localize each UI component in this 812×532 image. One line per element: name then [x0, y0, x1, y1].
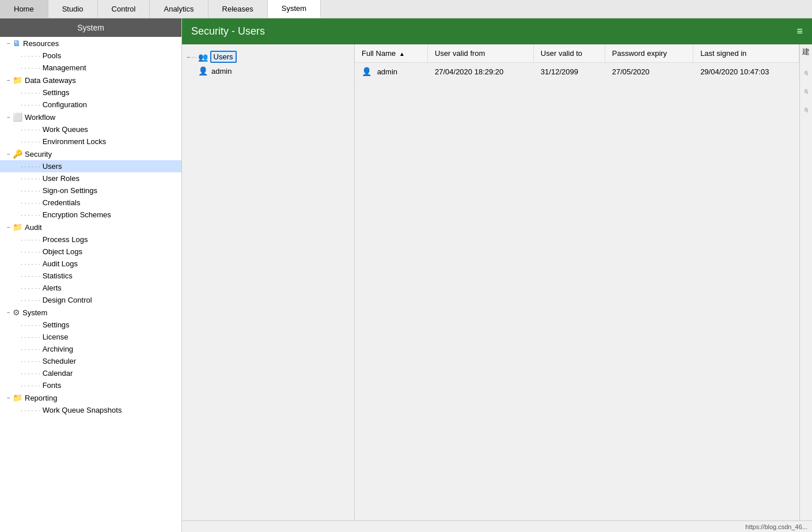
content-tree-panel: − ··· 👥 Users 👤 admin	[182, 44, 355, 520]
sidebar-item-user-roles[interactable]: · · · · · · User Roles	[0, 172, 181, 184]
row-user-icon: 👤	[362, 67, 371, 76]
sidebar-item-data-gateways[interactable]: − 📁 Data Gateways	[0, 74, 181, 86]
admin-label: admin	[211, 67, 232, 76]
sidebar-item-design-control[interactable]: · · · · · · Design Control	[0, 294, 181, 306]
cell-fullname: 👤 admin	[355, 63, 428, 81]
menu-item-system[interactable]: System	[268, 0, 321, 18]
hamburger-menu-icon[interactable]: ≡	[796, 25, 803, 37]
expander-workflow[interactable]: −	[5, 113, 13, 121]
content-tree-item-admin[interactable]: 👤 admin	[184, 65, 352, 77]
expander-audit[interactable]: −	[5, 223, 13, 231]
sidebar-item-fonts[interactable]: · · · · · · Fonts	[0, 379, 181, 391]
content-body: − ··· 👥 Users 👤 admin Full	[182, 44, 812, 520]
expander-data-gateways[interactable]: −	[5, 76, 13, 84]
sidebar-item-workflow[interactable]: − ⬜ Workflow	[0, 111, 181, 123]
sidebar-item-audit[interactable]: − 📁 Audit	[0, 221, 181, 233]
sidebar-item-configuration[interactable]: · · · · · · Configuration	[0, 99, 181, 111]
expander-resources[interactable]: −	[5, 39, 13, 47]
right-panel: 建 ą ą ą	[799, 44, 812, 520]
col-password-expiry[interactable]: Password expiry	[605, 44, 693, 63]
right-panel-char-2: ą	[804, 69, 807, 76]
computer-icon: 🖥	[13, 39, 21, 48]
right-panel-char-4: ą	[804, 105, 807, 112]
cell-valid-to: 31/12/2099	[533, 63, 605, 81]
sidebar-item-scheduler[interactable]: · · · · · · Scheduler	[0, 355, 181, 367]
content-title: Security - Users	[191, 25, 265, 37]
sidebar-item-system-node[interactable]: − ⚙ System	[0, 306, 181, 319]
content-area: Security - Users ≡ − ··· 👥 Users 👤 admin	[182, 18, 812, 532]
menu-item-releases[interactable]: Releases	[208, 0, 268, 18]
sidebar-item-pools[interactable]: · · · · · · Pools	[0, 50, 181, 62]
sidebar-item-work-queue-snapshots[interactable]: · · · · · · Work Queue Snapshots	[0, 404, 181, 416]
sidebar-item-process-logs[interactable]: · · · · · · Process Logs	[0, 233, 181, 246]
gear-icon: ⚙	[13, 308, 20, 317]
menu-item-analytics[interactable]: Analytics	[150, 0, 208, 18]
col-valid-from[interactable]: User valid from	[428, 44, 534, 63]
sidebar-item-security[interactable]: − 🔑 Security	[0, 148, 181, 160]
status-url: https://blog.csdn_46...	[745, 523, 807, 530]
cell-valid-from: 27/04/2020 18:29:20	[428, 63, 534, 81]
right-panel-char-1: 建	[802, 47, 810, 57]
menu-item-home[interactable]: Home	[0, 0, 48, 18]
cell-password-expiry: 27/05/2020	[605, 63, 693, 81]
col-fullname[interactable]: Full Name ▲	[355, 44, 428, 63]
sidebar-item-settings-sys[interactable]: · · · · · · Settings	[0, 319, 181, 331]
menu-item-control[interactable]: Control	[98, 0, 150, 18]
content-header: Security - Users ≡	[182, 18, 812, 44]
sidebar-item-management[interactable]: · · · · · · Management	[0, 62, 181, 74]
key-icon: 🔑	[13, 149, 22, 159]
col-valid-to[interactable]: User valid to	[533, 44, 605, 63]
sort-arrow-fullname: ▲	[399, 51, 405, 57]
sidebar-item-statistics[interactable]: · · · · · · Statistics	[0, 270, 181, 282]
sidebar-item-environment-locks[interactable]: · · · · · · Environment Locks	[0, 135, 181, 148]
right-panel-char-3: ą	[804, 87, 807, 94]
sidebar-title: System	[0, 18, 181, 37]
user-icon: 👤	[198, 66, 208, 76]
users-table: Full Name ▲ User valid from User valid t…	[355, 44, 799, 81]
sidebar: System − 🖥 Resources · · · · · · Pools ·…	[0, 18, 182, 532]
sidebar-item-object-logs[interactable]: · · · · · · Object Logs	[0, 246, 181, 258]
expander-reporting[interactable]: −	[5, 394, 13, 402]
workflow-icon: ⬜	[13, 112, 22, 122]
content-tree-item-users[interactable]: − ··· 👥 Users	[184, 49, 352, 65]
sidebar-item-credentials[interactable]: · · · · · · Credentials	[0, 197, 181, 209]
folder-orange-icon: 📁	[13, 76, 22, 85]
sidebar-item-settings-dg[interactable]: · · · · · · Settings	[0, 86, 181, 99]
sidebar-item-archiving[interactable]: · · · · · · Archiving	[0, 343, 181, 355]
table-row[interactable]: 👤 admin 27/04/2020 18:29:20 31/12/2099 2…	[355, 63, 799, 81]
sidebar-item-work-queues[interactable]: · · · · · · Work Queues	[0, 123, 181, 135]
sidebar-item-resources[interactable]: − 🖥 Resources	[0, 37, 181, 50]
status-bar: https://blog.csdn_46...	[182, 520, 812, 532]
sidebar-item-license[interactable]: · · · · · · License	[0, 331, 181, 343]
sidebar-item-sign-on-settings[interactable]: · · · · · · Sign-on Settings	[0, 184, 181, 197]
sidebar-item-alerts[interactable]: · · · · · · Alerts	[0, 282, 181, 294]
menu-item-studio[interactable]: Studio	[48, 0, 98, 18]
audit-folder-icon: 📁	[13, 222, 22, 232]
sidebar-item-encryption-schemes[interactable]: · · · · · · Encryption Schemes	[0, 209, 181, 221]
sidebar-tree[interactable]: − 🖥 Resources · · · · · · Pools · · · · …	[0, 37, 181, 532]
reporting-folder-icon: 📁	[13, 393, 22, 402]
cell-last-signed-in: 29/04/2020 10:47:03	[693, 63, 799, 81]
main-layout: System − 🖥 Resources · · · · · · Pools ·…	[0, 18, 812, 532]
data-panel: Full Name ▲ User valid from User valid t…	[355, 44, 799, 520]
sidebar-item-calendar[interactable]: · · · · · · Calendar	[0, 367, 181, 379]
users-group-icon: 👥	[198, 52, 208, 62]
sidebar-item-audit-logs[interactable]: · · · · · · Audit Logs	[0, 258, 181, 270]
sidebar-item-users[interactable]: · · · · · · Users	[0, 160, 181, 172]
col-last-signed-in[interactable]: Last signed in	[693, 44, 799, 63]
expander-security[interactable]: −	[5, 150, 13, 158]
expander-system-node[interactable]: −	[5, 308, 13, 316]
users-label[interactable]: Users	[210, 51, 237, 63]
sidebar-item-reporting[interactable]: − 📁 Reporting	[0, 391, 181, 404]
top-menu-bar: Home Studio Control Analytics Releases S…	[0, 0, 812, 18]
